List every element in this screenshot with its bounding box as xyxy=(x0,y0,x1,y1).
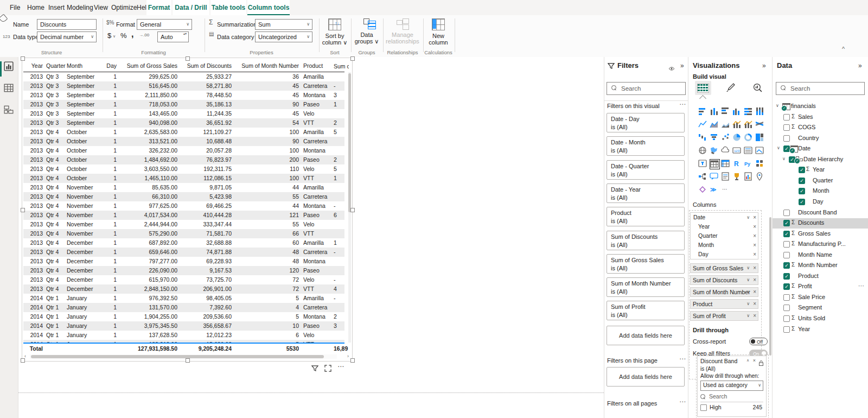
chevron-down-icon[interactable]: ∨ xyxy=(746,288,750,296)
collapse-ribbon-button[interactable]: ^ xyxy=(842,46,845,52)
decimal-places-icon[interactable]: →.00 xyxy=(139,33,149,37)
table-row[interactable]: 2013Qtr 3September1143,465.0011,244.3545… xyxy=(23,109,344,118)
build-visual-tab[interactable] xyxy=(695,81,711,95)
tree-item-gross-sales[interactable]: ✓ΣGross Sales xyxy=(773,229,868,239)
field-checkbox[interactable] xyxy=(783,252,790,258)
table-row[interactable]: 2013Qtr 3September12,111,850.0078,448.50… xyxy=(23,91,344,100)
report-view-button[interactable] xyxy=(4,61,15,72)
visual-resize-handle[interactable] xyxy=(186,56,190,61)
filter-card-date-quarter[interactable]: Date - Quarteris (All) xyxy=(607,160,685,180)
tree-item-year[interactable]: ✓ΣYear xyxy=(773,165,868,175)
table-row[interactable]: 2014Qtr 1January13,975,345.50356,658.671… xyxy=(23,321,344,331)
thousands-separator-icon[interactable]: , xyxy=(131,29,133,39)
table-row[interactable]: 2013Qtr 4October13,603,550.00192,311.751… xyxy=(23,164,344,174)
visual-type-line-chart[interactable] xyxy=(698,120,709,130)
table-row[interactable]: 2013Qtr 4November14,017,534.00410,444.28… xyxy=(23,211,344,220)
visual-type-power-bi-custom-visual[interactable] xyxy=(698,185,709,195)
chevron-down-icon[interactable]: ∨ xyxy=(746,213,750,222)
filter-funnel-icon[interactable] xyxy=(311,364,318,374)
visual-resize-handle[interactable] xyxy=(350,208,355,212)
visual-type-pie-chart[interactable] xyxy=(732,133,743,143)
tree-item-profit[interactable]: ✓ΣProfit⋯ xyxy=(773,282,868,292)
drill-field-card[interactable]: Discount Band∧×is (All)Allow drill throu… xyxy=(697,356,767,417)
visual-type-scatter-chart[interactable] xyxy=(721,133,731,143)
filter-card-date-year[interactable]: Date - Yearis (All) xyxy=(607,183,685,203)
visual-type-100-stacked-bar-chart[interactable] xyxy=(744,107,754,117)
table-row[interactable]: 2013Qtr 4November1575,290.0071,581.7066V… xyxy=(23,229,344,238)
summarization-select[interactable]: Sum∨ xyxy=(255,19,312,30)
table-row[interactable]: 2014Qtr 1January1131,570.007,392.604Carr… xyxy=(23,303,344,312)
visual-type-100-stacked-column-chart[interactable] xyxy=(755,107,765,117)
tree-item-sales[interactable]: ΣSales xyxy=(773,112,868,123)
tree-item-day[interactable]: ✓Day xyxy=(773,197,868,207)
dollar-caret-icon[interactable]: ∨ xyxy=(113,34,116,39)
add-data-fields-card-page[interactable]: Add data fields here xyxy=(607,367,685,387)
remove-field-icon[interactable]: × xyxy=(753,231,756,240)
visual-type-paginated-report[interactable] xyxy=(744,172,754,182)
collapse-pane-icon[interactable]: » xyxy=(762,62,765,69)
tree-item-sale-price[interactable]: ΣSale Price xyxy=(773,293,868,303)
tree-item-month-number[interactable]: ✓ΣMonth Number xyxy=(773,261,868,271)
tree-item-month-name[interactable]: Month Name xyxy=(773,250,868,261)
data-search-box[interactable]: Search xyxy=(776,82,865,95)
date-hierarchy-field[interactable]: Date∨×Year×Quarter×Month×Day× xyxy=(690,212,758,259)
percent-format-icon[interactable]: % xyxy=(120,31,127,40)
table-row[interactable]: 2013Qtr 4December1226,090.009,167.53120P… xyxy=(23,266,344,275)
visual-type-stacked-bar-chart[interactable] xyxy=(698,107,709,117)
visual-resize-handle[interactable] xyxy=(21,358,25,363)
add-data-fields-card[interactable]: Add data fields here xyxy=(607,326,685,345)
visual-type-power-apps[interactable] xyxy=(755,159,765,169)
column-header-product[interactable]: Product xyxy=(303,60,331,72)
field-checkbox[interactable] xyxy=(783,315,790,322)
table-row[interactable]: 2013Qtr 4October12,635,583.00121,109.271… xyxy=(23,128,344,137)
remove-field-icon[interactable]: × xyxy=(753,300,756,308)
visual-resize-handle[interactable] xyxy=(21,56,25,61)
chevron-expanded-icon[interactable]: ∨ xyxy=(782,156,786,161)
field-chip-sum-of-month-number[interactable]: Sum of Month Number∨× xyxy=(690,287,758,297)
field-chip-sum-of-gross-sales[interactable]: Sum of Gross Sales∨× xyxy=(690,263,758,273)
tree-item-quarter[interactable]: ✓Quarter xyxy=(773,176,868,186)
hierarchy-level-year[interactable]: Year× xyxy=(691,222,758,231)
chevron-down-icon[interactable]: ∨ xyxy=(746,264,750,273)
field-chip-product[interactable]: Product∨× xyxy=(690,299,758,309)
table-row[interactable]: 2013Qtr 3September1940,098.0036,651.9254… xyxy=(23,118,344,128)
contextual-tab-table-tools[interactable]: Table tools xyxy=(210,0,246,15)
collapse-card-icon[interactable]: ∧ xyxy=(746,358,749,363)
table-row[interactable]: 2014Qtr 1January11,904,255.00209,536.605… xyxy=(23,312,344,321)
table-row[interactable]: 2013Qtr 4December12,848,150.00206,901.00… xyxy=(23,284,344,294)
field-checkbox[interactable]: ✓ xyxy=(783,262,790,269)
column-header-day[interactable]: Day xyxy=(104,60,117,72)
column-header-sum-of-gross-sales[interactable]: Sum of Gross Sales xyxy=(118,60,177,72)
column-header-sum-c[interactable]: Sum c^ xyxy=(334,60,349,72)
visual-type-r-script-visual[interactable]: R xyxy=(732,159,743,169)
filter-card-sum-of-profit[interactable]: Sum of Profitis (All) xyxy=(607,301,685,320)
chevron-down-icon[interactable]: ∨ xyxy=(746,300,750,308)
visual-type-power-automate[interactable]: ≫ xyxy=(710,185,720,195)
tree-item-discounts[interactable]: ✓ΣDiscounts xyxy=(773,218,868,229)
field-checkbox[interactable] xyxy=(783,241,790,248)
tree-item-units-sold[interactable]: ΣUnits Sold xyxy=(773,314,868,324)
table-row[interactable]: 2014Qtr 1January1137,628.5012,012.236Vel… xyxy=(23,331,344,340)
table-row[interactable]: 2013Qtr 4October1313,521.0010,688.4890Ca… xyxy=(23,137,344,146)
cross-report-toggle[interactable]: Off xyxy=(749,338,768,345)
field-checkbox[interactable]: ✓ xyxy=(799,167,805,173)
hscroll-right-arrow[interactable]: › xyxy=(347,353,349,359)
field-checkbox[interactable]: ✓ xyxy=(799,188,805,194)
hierarchy-level-quarter[interactable]: Quarter× xyxy=(691,231,758,240)
visual-type-ribbon-chart[interactable] xyxy=(755,120,765,130)
table-row[interactable]: 2013Qtr 4October11,465,110.00112,086.151… xyxy=(23,174,344,183)
visual-type-map[interactable] xyxy=(698,146,709,156)
field-checkbox[interactable] xyxy=(783,210,790,216)
name-input[interactable]: Discounts xyxy=(37,19,97,30)
table-visual-container[interactable]: YearQuarterMonthDaySum of Gross SalesSum… xyxy=(22,58,353,362)
drill-card-search[interactable]: Search xyxy=(700,392,763,402)
field-checkbox[interactable] xyxy=(783,135,790,142)
field-checkbox[interactable] xyxy=(783,124,790,131)
table-vertical-scroll-thumb[interactable] xyxy=(348,73,351,212)
filter-card-product[interactable]: Productis (All) xyxy=(607,207,685,226)
collapse-pane-icon[interactable]: » xyxy=(680,62,683,69)
tree-item-year[interactable]: ΣYear xyxy=(773,325,868,335)
visual-type-smart-narrative[interactable] xyxy=(721,172,731,182)
tree-item-discount-band[interactable]: Discount Band xyxy=(773,208,868,218)
menu-item-home[interactable]: Home xyxy=(24,0,48,15)
